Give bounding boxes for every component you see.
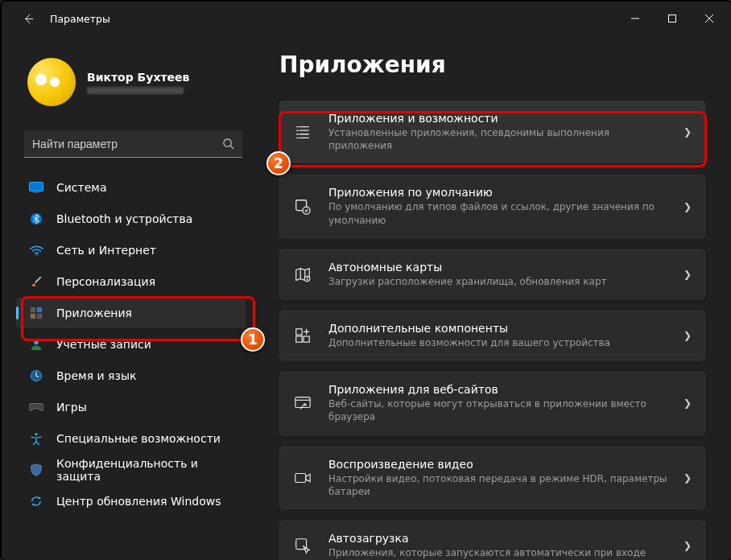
defaults-icon [291,196,314,218]
card-optional-features[interactable]: Дополнительные компоненты Дополнительные… [279,311,705,360]
webapp-icon [291,392,314,414]
gamepad-icon [29,400,43,414]
chevron-right-icon: ❯ [684,472,692,484]
card-title: Приложения и возможности [328,112,669,125]
svg-rect-2 [30,183,43,191]
card-default-apps[interactable]: Приложения по умолчанию По умолчанию для… [279,175,705,237]
card-title: Дополнительные компоненты [328,322,669,335]
main-pane: Приложения Приложения и возможности Уста… [255,35,723,560]
sidebar-item-label: Специальные возможности [56,432,221,445]
svg-rect-6 [31,307,35,312]
card-title: Приложения по умолчанию [328,186,669,199]
chevron-right-icon: ❯ [684,201,692,212]
card-title: Воспроизведение видео [328,458,669,471]
sidebar-item-gaming[interactable]: Игры [16,392,246,422]
avatar [27,58,76,106]
video-icon [291,467,314,489]
list-icon [291,121,314,143]
user-name: Виктор Бухтеев [87,71,189,84]
sidebar-item-privacy[interactable]: Конфиденциальность и защита [16,455,246,485]
sidebar-item-update[interactable]: Центр обновления Windows [16,486,246,517]
card-desc: Приложения, которые запускаются автомати… [328,546,669,559]
clock-icon [29,369,43,383]
card-video-playback[interactable]: Воспроизведение видео Настройки видео, п… [279,447,705,509]
card-desc: Дополнительные возможности для вашего ус… [328,336,669,349]
chevron-right-icon: ❯ [684,330,692,341]
minimize-button[interactable] [617,6,654,31]
sidebar-item-time[interactable]: Время и язык [16,360,246,391]
card-desc: Веб-сайты, которые могут открываться в п… [328,397,669,423]
sidebar-item-bluetooth[interactable]: Bluetooth и устройства [16,204,246,234]
sidebar-item-accounts[interactable]: Учетные записи [16,329,246,360]
sidebar-item-label: Bluetooth и устройства [56,212,192,225]
back-button[interactable] [16,6,40,31]
sidebar-item-system[interactable]: Система [16,172,246,203]
svg-point-10 [34,340,39,344]
close-button[interactable] [691,6,728,31]
sidebar-item-label: Сеть и Интернет [56,244,156,257]
svg-rect-20 [295,473,306,482]
user-icon [29,337,43,352]
card-offline-maps[interactable]: Автономные карты Загрузки расположение х… [279,249,705,299]
sidebar-item-accessibility[interactable]: Специальные возможности [16,423,246,454]
search-input[interactable] [32,138,222,150]
user-block[interactable]: Виктор Бухтеев [13,35,249,114]
apps-icon [29,306,43,320]
sidebar-item-label: Время и язык [56,369,136,382]
chevron-right-icon: ❯ [684,269,692,280]
window-controls [617,6,728,31]
sidebar-item-label: Центр обновления Windows [56,495,221,508]
card-desc: Настройки видео, потоковая передача в ре… [328,472,669,498]
svg-rect-17 [296,336,302,342]
sidebar-item-network[interactable]: Сеть и Интернет [16,235,246,266]
svg-rect-7 [37,307,42,312]
shield-icon [29,463,43,477]
startup-icon [291,534,314,557]
card-apps-websites[interactable]: Приложения для веб-сайтов Веб-сайты, кот… [279,372,705,434]
svg-point-1 [224,139,231,146]
card-startup[interactable]: Автозагрузка Приложения, которые запуска… [279,521,705,560]
maximize-button[interactable] [654,6,691,31]
svg-rect-18 [304,336,309,342]
sidebar-item-label: Персонализация [56,275,155,288]
svg-rect-9 [37,314,42,319]
chevron-right-icon: ❯ [684,540,692,551]
sidebar-item-label: Конфиденциальность и защита [56,457,236,483]
wifi-icon [29,243,43,257]
card-desc: Загрузки расположение хранилища, обновле… [328,275,669,288]
card-title: Автономные карты [328,261,669,274]
chevron-right-icon: ❯ [684,126,692,138]
card-desc: По умолчанию для типов файлов и ссылок, … [328,200,669,226]
nav: Система Bluetooth и устройства Сеть и Ин… [13,172,249,517]
sidebar: Виктор Бухтеев Система Bluetooth и устро… [2,35,255,560]
sidebar-item-apps[interactable]: Приложения [16,298,246,328]
card-apps-features[interactable]: Приложения и возможности Установленные п… [279,101,705,163]
brush-icon [29,274,43,289]
search-box[interactable] [24,130,242,158]
sidebar-item-label: Приложения [56,307,132,319]
accessibility-icon [29,431,43,446]
card-title: Приложения для веб-сайтов [328,383,669,396]
svg-rect-0 [669,15,676,23]
card-title: Автозагрузка [328,532,669,545]
titlebar: Параметры [2,2,731,35]
svg-point-12 [35,433,38,436]
update-icon [29,494,43,509]
map-icon [291,263,314,286]
sidebar-item-label: Игры [56,401,87,414]
chevron-right-icon: ❯ [684,397,692,409]
sidebar-item-label: Система [56,181,106,194]
svg-rect-3 [33,192,39,194]
card-desc: Установленные приложения, псевдонимы вып… [328,126,669,152]
search-icon [222,138,234,150]
svg-rect-8 [31,314,35,319]
system-icon [29,180,43,195]
components-icon [291,324,314,347]
svg-rect-16 [296,329,302,335]
bluetooth-icon [29,212,43,226]
sidebar-item-label: Учетные записи [56,338,151,351]
user-email-blurred [87,87,184,94]
page-title: Приложения [279,51,705,78]
sidebar-item-personalization[interactable]: Персонализация [16,266,246,297]
window-title: Параметры [50,13,110,25]
